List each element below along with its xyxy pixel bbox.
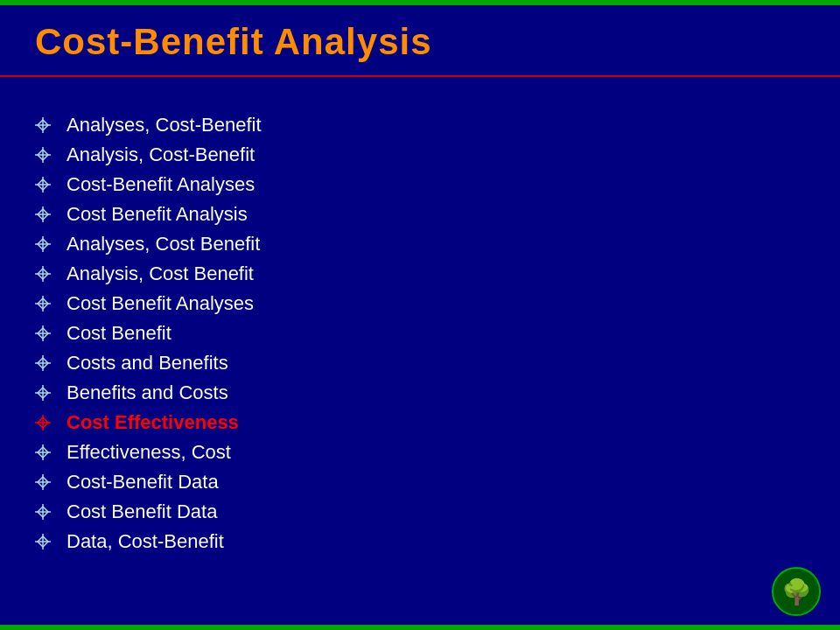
bullet-icon [35,264,54,284]
bullet-icon [35,443,54,462]
list-item-text: Analysis, Cost Benefit [66,262,254,285]
tree-icon: 🌳 [781,578,812,606]
bullet-icon [35,383,54,402]
content-area: Analyses, Cost-BenefitAnalysis, Cost-Ben… [0,88,840,625]
list-item-text: Cost Benefit Analyses [66,292,254,315]
list-item-text: Cost Benefit Data [66,500,217,523]
list-item-text: Cost-Benefit Data [66,471,219,494]
bullet-icon [35,145,54,164]
list-item-text: Costs and Benefits [66,352,228,374]
bullet-icon [35,175,54,194]
bullet-icon [35,354,54,373]
list-item: Cost Benefit Data [35,500,805,523]
logo-area: 🌳 [770,565,822,618]
bullet-icon [35,234,54,254]
list-item-text: Cost Benefit Analysis [66,203,248,226]
list-item: Analyses, Cost Benefit [35,233,805,256]
list-item-text: Analyses, Cost-Benefit [66,114,262,136]
list-item: Costs and Benefits [35,352,805,374]
list-item-text: Effectiveness, Cost [66,441,231,464]
list-item: Effectiveness, Cost [35,441,805,464]
bullet-icon [35,116,54,135]
list-item-text: Analyses, Cost Benefit [66,233,260,256]
bullet-icon [35,205,54,224]
list-item: Analysis, Cost-Benefit [35,144,805,166]
list-item-text: Cost Benefit [66,322,172,345]
bullet-icon [35,413,54,432]
slide-container: Cost-Benefit Analysis Analyses, Cost-Ben… [0,0,840,630]
list-container: Analyses, Cost-BenefitAnalysis, Cost-Ben… [35,114,805,553]
list-item: Analysis, Cost Benefit [35,262,805,285]
list-item-text: Benefits and Costs [66,382,228,404]
bottom-bar [0,625,840,630]
bullet-icon [35,294,54,313]
list-item: Data, Cost-Benefit [35,530,805,553]
list-item-text: Data, Cost-Benefit [66,530,224,553]
list-item: Cost-Benefit Data [35,471,805,494]
bullet-icon [35,324,54,343]
list-item: Cost Benefit [35,322,805,345]
list-item: Cost Benefit Analysis [35,203,805,226]
list-item: Benefits and Costs [35,382,805,404]
header: Cost-Benefit Analysis [0,5,840,77]
list-item-text: Analysis, Cost-Benefit [66,144,255,166]
list-item: Cost-Benefit Analyses [35,173,805,196]
slide-title: Cost-Benefit Analysis [35,21,432,62]
list-item: Cost Effectiveness [35,411,805,434]
bullet-icon [35,502,54,522]
list-item: Analyses, Cost-Benefit [35,114,805,136]
bullet-icon [35,532,54,551]
list-item-text: Cost-Benefit Analyses [66,173,255,196]
list-item: Cost Benefit Analyses [35,292,805,315]
bullet-icon [35,472,54,492]
list-item-text: Cost Effectiveness [66,411,239,434]
logo-circle: 🌳 [772,567,821,616]
